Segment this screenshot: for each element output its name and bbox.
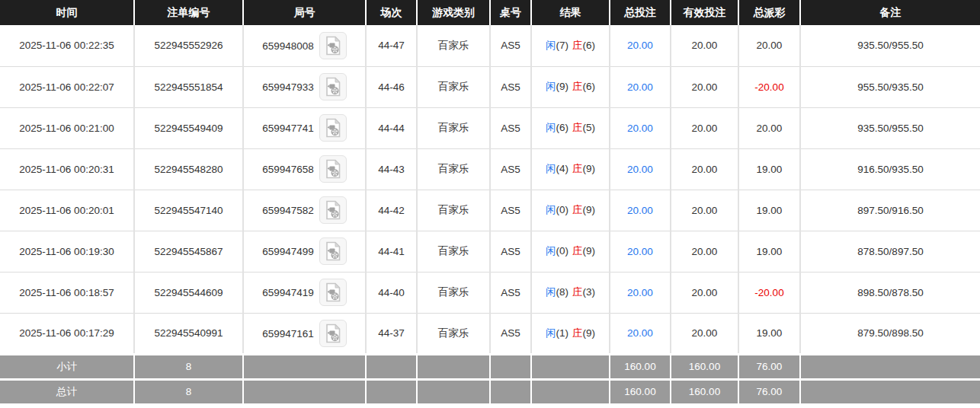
table-row: 2025-11-06 00:17:29 522945540991 6599471… xyxy=(0,313,980,354)
cell-session: 44-37 xyxy=(366,313,417,354)
cell-table-no: AS5 xyxy=(490,107,531,148)
bet-records-page: 时间 注单编号 局号 场次 游戏类别 桌号 结果 总投注 有效投注 总派彩 备注… xyxy=(0,0,980,408)
total-empty-round xyxy=(243,379,366,403)
cell-payout: 20.00 xyxy=(738,25,800,66)
total-valid-bet: 160.00 xyxy=(671,379,738,403)
result-banker-label: 庄 xyxy=(572,286,583,298)
cell-time: 2025-11-06 00:22:07 xyxy=(0,66,134,107)
round-number: 659947161 xyxy=(262,327,314,339)
cell-table-no: AS5 xyxy=(490,231,531,272)
cell-round-id: 659947933 xyxy=(243,66,366,107)
subtotal-label: 小计 xyxy=(0,354,134,379)
cell-round-id: 659947658 xyxy=(243,148,366,190)
result-player-score: (9) xyxy=(556,81,569,92)
result-banker-label: 庄 xyxy=(572,163,583,174)
cell-bet-id: 522945544609 xyxy=(134,272,243,313)
cell-payout: 19.00 xyxy=(738,148,800,190)
video-file-icon xyxy=(325,324,341,343)
subtotal-empty-table-no xyxy=(490,354,531,379)
cell-session: 44-41 xyxy=(366,231,417,272)
cell-table-no: AS5 xyxy=(490,190,531,231)
cell-remark: 935.50/955.50 xyxy=(800,107,980,148)
table-row: 2025-11-06 00:20:01 522945547140 6599475… xyxy=(0,190,980,231)
total-empty-session xyxy=(366,379,417,403)
round-number: 659947419 xyxy=(262,287,314,298)
cell-result: 闲(1)庄(9) xyxy=(531,313,610,354)
cell-remark: 916.50/935.50 xyxy=(800,148,980,190)
col-header-total-bet: 总投注 xyxy=(610,0,671,25)
subtotal-count: 8 xyxy=(134,354,243,379)
video-file-icon xyxy=(325,118,341,138)
video-file-icon xyxy=(325,241,341,261)
total-label: 总计 xyxy=(0,379,134,403)
cell-total-bet: 20.00 xyxy=(610,66,671,107)
cell-table-no: AS5 xyxy=(490,272,531,313)
cell-valid-bet: 20.00 xyxy=(671,107,738,148)
subtotal-valid-bet: 160.00 xyxy=(671,354,738,379)
result-player-label: 闲 xyxy=(546,245,556,257)
cell-game-type: 百家乐 xyxy=(417,25,490,66)
cell-result: 闲(0)庄(9) xyxy=(531,231,610,272)
col-header-table-no: 桌号 xyxy=(490,0,531,25)
col-header-payout: 总派彩 xyxy=(738,0,800,25)
cell-payout: -20.00 xyxy=(738,66,800,107)
result-banker-score: (9) xyxy=(583,163,596,174)
round-number: 659947658 xyxy=(262,164,314,175)
cell-game-type: 百家乐 xyxy=(417,272,490,313)
video-replay-button[interactable] xyxy=(319,320,347,347)
cell-session: 44-42 xyxy=(366,190,417,231)
table-footer: 小计 8 160.00 160.00 76.00 总计 8 1 xyxy=(0,354,980,403)
table-body: 2025-11-06 00:22:35 522945552926 6599480… xyxy=(0,25,980,354)
video-replay-button[interactable] xyxy=(319,279,347,306)
round-number: 659947499 xyxy=(262,246,314,257)
video-replay-button[interactable] xyxy=(319,237,347,265)
table-row: 2025-11-06 00:18:57 522945544609 6599474… xyxy=(0,272,980,313)
video-file-icon xyxy=(325,200,341,220)
cell-table-no: AS5 xyxy=(490,66,531,107)
cell-payout: -20.00 xyxy=(738,272,800,313)
result-player-label: 闲 xyxy=(546,163,556,174)
cell-remark: 878.50/897.50 xyxy=(800,231,980,272)
total-count: 8 xyxy=(134,379,243,403)
cell-total-bet: 20.00 xyxy=(610,148,671,190)
cell-time: 2025-11-06 00:19:30 xyxy=(0,231,134,272)
result-player-label: 闲 xyxy=(546,327,556,339)
video-replay-button[interactable] xyxy=(319,114,347,142)
table-row: 2025-11-06 00:22:07 522945551854 6599479… xyxy=(0,66,980,107)
cell-time: 2025-11-06 00:20:31 xyxy=(0,148,134,190)
cell-remark: 898.50/878.50 xyxy=(800,272,980,313)
round-number: 659948008 xyxy=(262,40,314,51)
col-header-time: 时间 xyxy=(0,0,134,25)
cell-session: 44-44 xyxy=(366,107,417,148)
cell-total-bet: 20.00 xyxy=(610,231,671,272)
cell-remark: 879.50/898.50 xyxy=(800,313,980,354)
col-header-round-id: 局号 xyxy=(243,0,366,25)
cell-game-type: 百家乐 xyxy=(417,107,490,148)
video-replay-button[interactable] xyxy=(319,73,347,100)
cell-result: 闲(9)庄(6) xyxy=(531,66,610,107)
cell-bet-id: 522945545867 xyxy=(134,231,243,272)
video-replay-button[interactable] xyxy=(319,155,347,183)
cell-valid-bet: 20.00 xyxy=(671,190,738,231)
table-row: 2025-11-06 00:21:00 522945549409 6599477… xyxy=(0,107,980,148)
cell-bet-id: 522945540991 xyxy=(134,313,243,354)
table-row: 2025-11-06 00:20:31 522945548280 6599476… xyxy=(0,148,980,190)
cell-bet-id: 522945547140 xyxy=(134,190,243,231)
cell-session: 44-47 xyxy=(366,25,417,66)
cell-time: 2025-11-06 00:17:29 xyxy=(0,313,134,354)
video-replay-button[interactable] xyxy=(319,196,347,224)
video-replay-button[interactable] xyxy=(319,32,347,59)
cell-total-bet: 20.00 xyxy=(610,272,671,313)
total-total-bet: 160.00 xyxy=(610,379,671,403)
cell-total-bet: 20.00 xyxy=(610,107,671,148)
result-banker-score: (9) xyxy=(583,327,596,339)
cell-time: 2025-11-06 00:18:57 xyxy=(0,272,134,313)
round-number: 659947933 xyxy=(262,81,314,93)
cell-total-bet: 20.00 xyxy=(610,313,671,354)
result-player-label: 闲 xyxy=(546,286,556,298)
result-banker-score: (3) xyxy=(583,286,596,298)
cell-round-id: 659947499 xyxy=(243,231,366,272)
total-empty-table-no xyxy=(490,379,531,403)
subtotal-empty-game-type xyxy=(417,354,490,379)
subtotal-empty-session xyxy=(366,354,417,379)
